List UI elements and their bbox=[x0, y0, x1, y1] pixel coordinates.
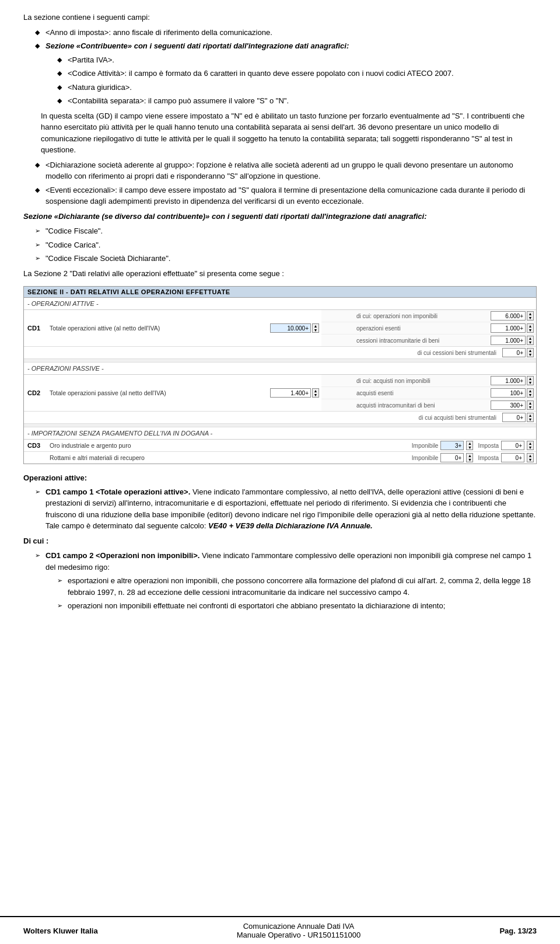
cd2-sub-field-2[interactable]: ▲▼ bbox=[488, 387, 536, 399]
arrow-codice-fiscale: "Codice Fiscale". bbox=[35, 225, 537, 237]
cd1-code: CD1 bbox=[24, 323, 46, 333]
di-cui-strumentali-spinner[interactable]: ▲▼ bbox=[527, 348, 534, 357]
cd2-field[interactable]: ▲▼ bbox=[268, 387, 321, 399]
section-attive-label: - OPERAZIONI ATTIVE - bbox=[24, 298, 536, 310]
sub-field-2[interactable]: ▲▼ bbox=[488, 322, 536, 334]
cd3b-imponibile-input[interactable] bbox=[440, 453, 464, 462]
cd2-sub-label-1: di cui: acquisti non imponibili bbox=[321, 377, 488, 385]
cd1-spinner[interactable]: ▲▼ bbox=[312, 323, 319, 333]
cd1-input[interactable] bbox=[270, 323, 311, 333]
cd3b-imposta-spinner[interactable]: ▲▼ bbox=[527, 453, 534, 462]
cd1-sub-row-2: operazioni esenti ▲▼ bbox=[321, 322, 536, 335]
cd3b-imposta-input[interactable] bbox=[501, 453, 524, 462]
cd1-field-title: CD1 campo 1 <Totale operazioni attive>. bbox=[46, 487, 190, 496]
cd2-sub-row-3: acquisti intracomunitari di beni ▲▼ bbox=[321, 399, 536, 411]
cd1-formula: VE40 + VE39 della Dichiarazione IVA Annu… bbox=[208, 521, 373, 530]
sub-input-3[interactable] bbox=[491, 336, 526, 345]
ops-attive-title: Operazioni attive: bbox=[23, 472, 537, 484]
sub-label-3: cessioni intracomunitarie di beni bbox=[321, 336, 488, 345]
sub-spinner-3[interactable]: ▲▼ bbox=[527, 336, 534, 345]
arrow-list: "Codice Fiscale". "Codice Carica". "Codi… bbox=[23, 225, 537, 264]
cd2-sub-label-3: acquisti intracomunitari di beni bbox=[321, 401, 488, 410]
bullet-list-main: <Anno di imposta>: anno fiscale di rifer… bbox=[23, 27, 537, 107]
ops-attive-list: CD1 campo 1 <Totale operazioni attive>. … bbox=[23, 486, 537, 532]
cd3a-imposta-spinner[interactable]: ▲▼ bbox=[527, 441, 534, 450]
footer-center-line2: Manuale Operativo - UR1501151000 bbox=[237, 931, 360, 939]
sub-bullet-natura: <Natura giuridica>. bbox=[57, 82, 537, 93]
cd2-spinner[interactable]: ▲▼ bbox=[312, 388, 319, 398]
cd3b-row: Rottami e altri materiali di recupero Im… bbox=[24, 452, 536, 464]
cd2-sub-row-2: acquisti esenti ▲▼ bbox=[321, 387, 536, 399]
di-cui-acquisti-input[interactable] bbox=[502, 413, 526, 422]
cd2-sub-spinner-1[interactable]: ▲▼ bbox=[527, 376, 534, 385]
cd2-sub-input-3[interactable] bbox=[491, 400, 526, 410]
di-cui-header: Di cui : bbox=[23, 535, 537, 547]
cd1-sub-section: di cui: operazioni non imponibili ▲▼ ope… bbox=[321, 310, 536, 346]
sezione-contribuente-title: Sezione «Contribuente» con i seguenti da… bbox=[46, 41, 349, 50]
sub-bullet-contabilita: <Contabilità separata>: il campo può ass… bbox=[57, 95, 537, 107]
cd1-campo2-item: CD1 campo 2 <Operazioni non imponibili>.… bbox=[35, 550, 537, 612]
gd-text: In questa scelta (GD) il campo viene ess… bbox=[23, 110, 537, 156]
footer-left: Wolters Kluwer Italia bbox=[23, 926, 98, 935]
cd3a-imponibile-input[interactable] bbox=[440, 441, 464, 450]
cd1-sub-row-3: cessioni intracomunitarie di beni ▲▼ bbox=[321, 335, 536, 346]
cd2-sub-row-1: di cui: acquisti non imponibili ▲▼ bbox=[321, 375, 536, 387]
arrow-codice-carica: "Codice Carica". bbox=[35, 239, 537, 251]
cd3a-imponibile-section: Imponibile ▲▼ bbox=[410, 440, 476, 451]
section-importazioni-label: - IMPORTAZIONI SENZA PAGAMENTO DELL'IVA … bbox=[24, 427, 536, 440]
di-cui-strumentali-input[interactable] bbox=[502, 348, 526, 357]
cd2-sub-spinner-2[interactable]: ▲▼ bbox=[527, 388, 534, 398]
di-cui-acquisti-row: di cui acquisti beni strumentali ▲▼ bbox=[24, 412, 536, 424]
sub-field-3[interactable]: ▲▼ bbox=[488, 335, 536, 346]
cd3a-imponibile-label: Imponibile bbox=[412, 443, 439, 449]
bullet-eventi: <Eventi eccezionali>: il campo deve esse… bbox=[35, 184, 537, 207]
cd1-field[interactable]: ▲▼ bbox=[268, 322, 321, 334]
cd2-sub-section: di cui: acquisti non imponibili ▲▼ acqui… bbox=[321, 375, 536, 411]
section-passive-label: - OPERAZIONI PASSIVE - bbox=[24, 363, 536, 375]
cd1-ops-item: CD1 campo 1 <Totale operazioni attive>. … bbox=[35, 486, 537, 532]
di-cui-acquisti-spinner[interactable]: ▲▼ bbox=[527, 413, 534, 422]
cd3a-label: Oro industriale e argento puro bbox=[46, 441, 410, 450]
cd3a-imposta-input[interactable] bbox=[501, 441, 524, 450]
sub-field-1[interactable]: ▲▼ bbox=[488, 310, 536, 322]
sub-spinner-1[interactable]: ▲▼ bbox=[527, 311, 534, 321]
form-header: SEZIONE II - DATI RELATIVI ALLE OPERAZIO… bbox=[24, 287, 536, 298]
arrow-codice-fiscale-societa: "Codice Fiscale Società Dichiarante". bbox=[35, 253, 537, 264]
page-content: La sezione contiene i seguenti campi: <A… bbox=[0, 0, 560, 662]
di-cui-list: CD1 campo 2 <Operazioni non imponibili>.… bbox=[23, 550, 537, 612]
cd3b-imponibile-section: Imponibile ▲▼ bbox=[410, 452, 476, 464]
sezione-dichiarante-label: Sezione «Dichiarante (se diverso dal con… bbox=[23, 212, 427, 221]
cd1-row: CD1 Totale operazioni attive (al netto d… bbox=[24, 310, 536, 347]
sub-bullet-esportazioni: esportazioni e altre operazioni non impo… bbox=[57, 575, 537, 598]
di-cui-label: Di cui : bbox=[23, 537, 48, 545]
cd2-sub-input-2[interactable] bbox=[491, 388, 526, 398]
sub-label-2: operazioni esenti bbox=[321, 324, 488, 333]
cd3-code: CD3 bbox=[24, 441, 46, 450]
cd2-input[interactable] bbox=[270, 388, 311, 398]
footer-center-line1: Comunicazione Annuale Dati IVA bbox=[237, 922, 360, 931]
bullet-item-2: Sezione «Contribuente» con i seguenti da… bbox=[35, 40, 537, 107]
cd1-label: Totale operazioni attive (al netto dell'… bbox=[46, 323, 268, 333]
cd3b-spinner[interactable]: ▲▼ bbox=[466, 453, 473, 462]
sub-input-1[interactable] bbox=[491, 311, 526, 321]
sub-input-2[interactable] bbox=[491, 323, 526, 333]
cd3b-imposta-section: Imposta ▲▼ bbox=[475, 452, 536, 464]
form-section: SEZIONE II - DATI RELATIVI ALLE OPERAZIO… bbox=[23, 286, 537, 464]
cd2-code: CD2 bbox=[24, 388, 46, 398]
sub-bullet-partita: <Partita IVA>. bbox=[57, 54, 537, 66]
cd3a-imposta-label: Imposta bbox=[478, 443, 499, 449]
cd1-sub-row-1: di cui: operazioni non imponibili ▲▼ bbox=[321, 310, 536, 322]
sub-label-1: di cui: operazioni non imponibili bbox=[321, 312, 488, 321]
di-cui-strumentali-field[interactable]: ▲▼ bbox=[500, 347, 536, 358]
cd3a-imposta-section: Imposta ▲▼ bbox=[475, 440, 536, 451]
cd3a-row: CD3 Oro industriale e argento puro Impon… bbox=[24, 440, 536, 452]
sub-spinner-2[interactable]: ▲▼ bbox=[527, 323, 534, 333]
cd2-sub-field-3[interactable]: ▲▼ bbox=[488, 399, 536, 411]
cd2-sub-spinner-3[interactable]: ▲▼ bbox=[527, 400, 534, 410]
cd2-sub-field-1[interactable]: ▲▼ bbox=[488, 375, 536, 386]
cd2-sub-input-1[interactable] bbox=[491, 376, 526, 385]
cd3a-spinner[interactable]: ▲▼ bbox=[466, 441, 473, 450]
cd3b-code bbox=[24, 457, 46, 459]
di-cui-acquisti-field[interactable]: ▲▼ bbox=[500, 412, 536, 423]
cd2-row: CD2 Totale operazioni passive (al netto … bbox=[24, 375, 536, 412]
